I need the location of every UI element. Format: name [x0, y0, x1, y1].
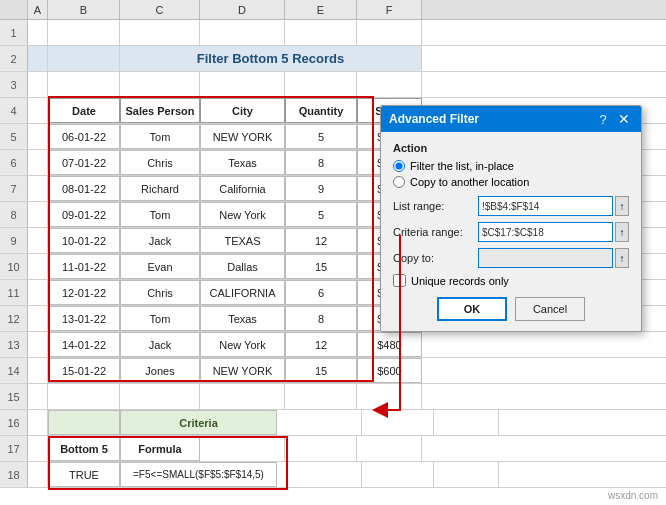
row-2: 2 Filter Bottom 5 Records	[0, 46, 666, 72]
col-header-e: E	[285, 0, 357, 19]
header-date: Date	[48, 98, 120, 123]
radio-copy-location-label: Copy to another location	[410, 176, 529, 188]
action-label: Action	[393, 142, 629, 154]
cancel-button[interactable]: Cancel	[515, 297, 585, 321]
advanced-filter-dialog: Advanced Filter ? ✕ Action Filter the li…	[380, 105, 642, 332]
unique-records-checkbox[interactable]	[393, 274, 406, 287]
row-15: 15	[0, 384, 666, 410]
criteria-bottom5-header: Bottom 5	[48, 436, 120, 461]
copy-to-input[interactable]	[478, 248, 613, 268]
criteria-title: Criteria	[120, 410, 277, 435]
criteria-range-label: Criteria range:	[393, 226, 478, 238]
dialog-titlebar: Advanced Filter ? ✕	[381, 106, 641, 132]
list-range-label: List range:	[393, 200, 478, 212]
header-salesperson: Sales Person	[120, 98, 200, 123]
criteria-formula-value: =F5<=SMALL($F$5:$F$14,5)	[120, 462, 277, 487]
radio-row-2: Copy to another location	[393, 176, 629, 188]
col-header-f: F	[357, 0, 422, 19]
dialog-body: Action Filter the list, in-place Copy to…	[381, 132, 641, 331]
row-3: 3	[0, 72, 666, 98]
watermark: wsxdn.com	[608, 490, 658, 501]
table-row: 13 14-01-22 Jack New York 12 $480	[0, 332, 666, 358]
criteria-range-row: Criteria range: ↑	[393, 222, 629, 242]
criteria-bottom5-value: TRUE	[48, 462, 120, 487]
radio-row-1: Filter the list, in-place	[393, 160, 629, 172]
dialog-close-button[interactable]: ✕	[615, 110, 633, 128]
copy-to-row: Copy to: ↑	[393, 248, 629, 268]
header-city: City	[200, 98, 285, 123]
col-header-d: D	[200, 0, 285, 19]
copy-to-label: Copy to:	[393, 252, 478, 264]
criteria-formula-header: Formula	[120, 436, 200, 461]
dialog-titlebar-buttons: ? ✕	[595, 110, 633, 128]
dialog-help-button[interactable]: ?	[595, 111, 611, 127]
radio-filter-inplace-label: Filter the list, in-place	[410, 160, 514, 172]
row-1: 1	[0, 20, 666, 46]
unique-records-row: Unique records only	[393, 274, 629, 287]
copy-to-button[interactable]: ↑	[615, 248, 629, 268]
row-16: 16 Criteria	[0, 410, 666, 436]
column-headers: A B C D E F	[0, 0, 666, 20]
criteria-range-input[interactable]	[478, 222, 613, 242]
col-header-b: B	[48, 0, 120, 19]
corner-cell	[0, 0, 28, 19]
list-range-input[interactable]	[478, 196, 613, 216]
ok-button[interactable]: OK	[437, 297, 507, 321]
dialog-title: Advanced Filter	[389, 112, 479, 126]
list-range-button[interactable]: ↑	[615, 196, 629, 216]
row-18: 18 TRUE =F5<=SMALL($F$5:$F$14,5)	[0, 462, 666, 488]
radio-filter-inplace[interactable]	[393, 160, 405, 172]
radio-copy-location[interactable]	[393, 176, 405, 188]
col-header-c: C	[120, 0, 200, 19]
col-header-a: A	[28, 0, 48, 19]
unique-records-label: Unique records only	[411, 275, 509, 287]
dialog-footer: OK Cancel	[393, 297, 629, 321]
criteria-range-button[interactable]: ↑	[615, 222, 629, 242]
radio-group: Filter the list, in-place Copy to anothe…	[393, 160, 629, 188]
table-row: 14 15-01-22 Jones NEW YORK 15 $600	[0, 358, 666, 384]
header-quantity: Quantity	[285, 98, 357, 123]
spreadsheet: A B C D E F 1 2 Filter Bottom 5 Records …	[0, 0, 666, 505]
title-cell: Filter Bottom 5 Records	[120, 46, 422, 71]
list-range-row: List range: ↑	[393, 196, 629, 216]
row-17: 17 Bottom 5 Formula	[0, 436, 666, 462]
